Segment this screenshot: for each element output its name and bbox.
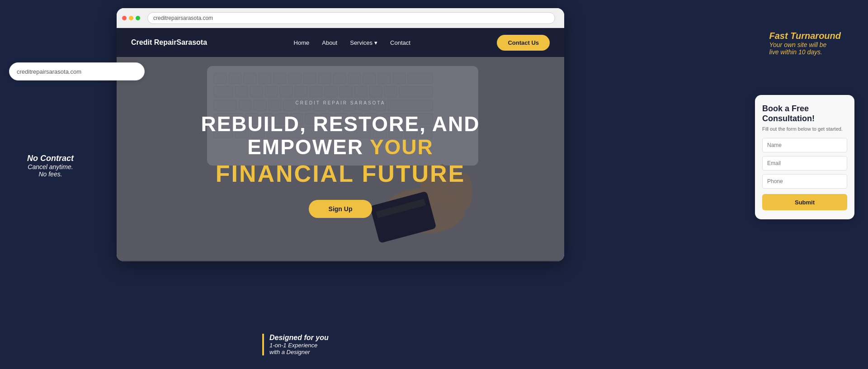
- nav-link-services[interactable]: Services ▾: [350, 39, 377, 46]
- no-contract-section: No Contract Cancel anytime. No fees.: [27, 154, 74, 178]
- hero-title-line1: REBUILD, RESTORE, AND: [201, 113, 480, 136]
- form-card-title: Book a Free Consultation!: [762, 104, 847, 123]
- designed-line3: with a Designer: [269, 349, 329, 355]
- form-email-input[interactable]: [762, 156, 847, 170]
- hero-title-line3: FINANCIAL FUTURE: [216, 160, 466, 187]
- navbar: Credit RepairSarasota Home About Service…: [117, 28, 564, 57]
- fullscreen-dot[interactable]: [136, 16, 140, 20]
- url-input-overlay[interactable]: creditrepairsarasota.com: [9, 62, 145, 80]
- no-contract-line1: No Contract: [27, 154, 74, 163]
- fast-turnaround-line2: Your own site will be: [769, 41, 841, 48]
- nav-link-about[interactable]: About: [322, 39, 337, 46]
- form-phone-input[interactable]: [762, 174, 847, 189]
- hero-small-label: CREDIT REPAIR SARASOTA: [296, 100, 386, 105]
- hero-title-line2: EMPOWER YOUR: [247, 136, 434, 159]
- form-name-input[interactable]: [762, 138, 847, 152]
- logo-normal: Credit Repair: [131, 38, 176, 46]
- logo-bold: Sarasota: [176, 38, 207, 46]
- hero-your-text: YOUR: [370, 135, 434, 159]
- hero-empower-text: EMPOWER: [247, 135, 370, 159]
- url-input-value: creditrepairsarasota.com: [17, 68, 81, 75]
- form-submit-button[interactable]: Submit: [762, 194, 847, 210]
- browser-bar: creditrepairsarasota.com: [117, 8, 564, 28]
- hero-signup-button[interactable]: Sign Up: [309, 200, 373, 218]
- nav-logo: Credit RepairSarasota: [131, 38, 207, 47]
- consultation-form-card: Book a Free Consultation! Fill out the f…: [755, 95, 854, 219]
- url-bar[interactable]: creditrepairsarasota.com: [147, 12, 555, 24]
- fast-turnaround-section: Fast Turnaround Your own site will be li…: [769, 31, 841, 56]
- services-label: Services: [350, 39, 373, 46]
- nav-link-home[interactable]: Home: [294, 39, 310, 46]
- website-content: Credit RepairSarasota Home About Service…: [117, 28, 564, 261]
- minimize-dot[interactable]: [129, 16, 133, 20]
- chevron-down-icon: ▾: [374, 39, 377, 46]
- no-contract-line2: Cancel anytime.: [27, 163, 74, 170]
- hero-section: CREDIT REPAIR SARASOTA REBUILD, RESTORE,…: [117, 57, 564, 261]
- nav-cta-button[interactable]: Contact Us: [497, 35, 550, 51]
- designed-line2: 1-on-1 Experience: [269, 342, 329, 349]
- close-dot[interactable]: [122, 16, 127, 20]
- no-contract-line3: No fees.: [27, 170, 74, 178]
- form-card-subtitle: Fill out the form below to get started.: [762, 126, 847, 132]
- designed-line1: Designed for you: [269, 334, 329, 342]
- browser-mockup: creditrepairsarasota.com Credit RepairSa…: [117, 8, 564, 261]
- nav-link-contact[interactable]: Contact: [390, 39, 410, 46]
- fast-turnaround-line3: live within 10 days.: [769, 48, 841, 56]
- hero-text-container: CREDIT REPAIR SARASOTA REBUILD, RESTORE,…: [117, 57, 564, 261]
- fast-turnaround-line1: Fast Turnaround: [769, 31, 841, 41]
- browser-dots: [122, 16, 140, 20]
- url-text: creditrepairsarasota.com: [153, 15, 213, 21]
- nav-links: Home About Services ▾ Contact: [294, 39, 410, 46]
- designed-for-you-section: Designed for you 1-on-1 Experience with …: [262, 334, 329, 355]
